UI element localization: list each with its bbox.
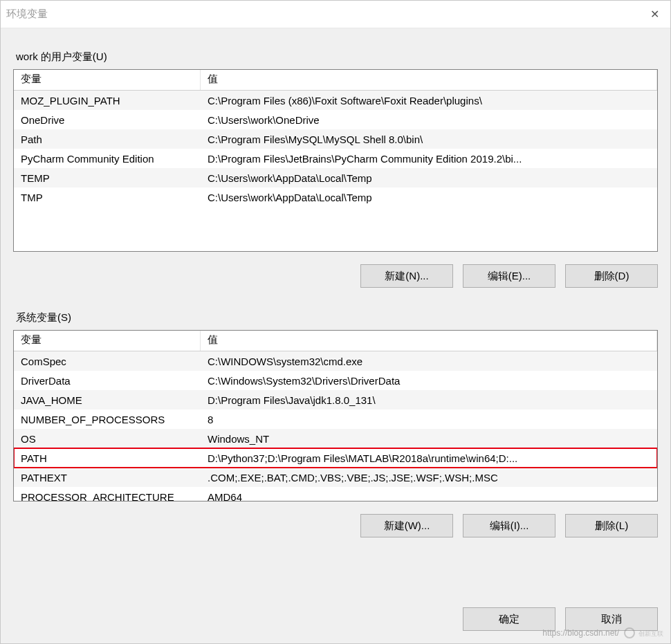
cell-var-name: TEMP: [14, 170, 201, 186]
close-icon: ✕: [650, 8, 659, 21]
cell-var-value: 8: [201, 412, 657, 427]
table-row[interactable]: DriverDataC:\Windows\System32\Drivers\Dr…: [14, 371, 657, 390]
cell-var-value: C:\Users\work\AppData\Local\Temp: [201, 190, 657, 205]
table-row[interactable]: MOZ_PLUGIN_PATHC:\Program Files (x86)\Fo…: [14, 91, 657, 110]
table-row[interactable]: TMPC:\Users\work\AppData\Local\Temp: [14, 187, 657, 207]
table-row[interactable]: PyCharm Community EditionD:\Program File…: [14, 149, 657, 168]
system-vars-buttons: 新建(W)... 编辑(I)... 删除(L): [13, 514, 658, 537]
cell-var-value: D:\Program Files\Java\jdk1.8.0_131\: [201, 392, 657, 408]
user-vars-label: work 的用户变量(U): [16, 50, 658, 64]
cell-var-name: OS: [14, 431, 201, 447]
table-row[interactable]: OSWindows_NT: [14, 429, 657, 448]
system-vars-listview[interactable]: 变量 值 ComSpecC:\WINDOWS\system32\cmd.exeD…: [13, 330, 658, 502]
table-row[interactable]: ComSpecC:\WINDOWS\system32\cmd.exe: [14, 351, 657, 371]
user-new-button[interactable]: 新建(N)...: [360, 264, 453, 288]
env-vars-dialog: 环境变量 ✕ work 的用户变量(U) 变量 值 MOZ_PLUGIN_PAT…: [0, 0, 671, 644]
dialog-content: work 的用户变量(U) 变量 值 MOZ_PLUGIN_PATHC:\Pro…: [1, 28, 670, 643]
cell-var-name: JAVA_HOME: [14, 392, 201, 408]
table-row[interactable]: JAVA_HOMED:\Program Files\Java\jdk1.8.0_…: [14, 390, 657, 410]
cell-var-value: C:\WINDOWS\system32\cmd.exe: [201, 353, 657, 369]
table-row[interactable]: PATHEXT.COM;.EXE;.BAT;.CMD;.VBS;.VBE;.JS…: [14, 468, 657, 487]
cell-var-value: C:\Users\work\OneDrive: [201, 112, 657, 128]
user-vars-body[interactable]: MOZ_PLUGIN_PATHC:\Program Files (x86)\Fo…: [14, 91, 657, 251]
cell-var-name: NUMBER_OF_PROCESSORS: [14, 412, 201, 427]
table-row[interactable]: PROCESSOR_ARCHITECTUREAMD64: [14, 487, 657, 501]
cell-var-value: C:\Program Files (x86)\Foxit Software\Fo…: [201, 93, 657, 109]
system-vars-header: 变量 值: [14, 331, 657, 351]
cell-var-name: Path: [14, 131, 201, 147]
col-header-value[interactable]: 值: [201, 70, 657, 90]
titlebar: 环境变量 ✕: [1, 1, 670, 28]
table-row[interactable]: NUMBER_OF_PROCESSORS8: [14, 410, 657, 429]
col-header-name[interactable]: 变量: [14, 331, 201, 351]
user-vars-buttons: 新建(N)... 编辑(E)... 删除(D): [13, 264, 658, 288]
dialog-footer-buttons: 确定 取消: [13, 607, 658, 631]
system-vars-label: 系统变量(S): [16, 311, 658, 324]
cell-var-name: PATH: [14, 450, 201, 466]
user-delete-button[interactable]: 删除(D): [565, 264, 658, 288]
window-title: 环境变量: [6, 8, 48, 21]
sys-edit-button[interactable]: 编辑(I)...: [463, 514, 555, 537]
cell-var-name: PROCESSOR_ARCHITECTURE: [14, 489, 201, 502]
col-header-value[interactable]: 值: [201, 331, 657, 351]
cell-var-name: PATHEXT: [14, 470, 201, 486]
table-row[interactable]: OneDriveC:\Users\work\OneDrive: [14, 110, 657, 129]
sys-new-button[interactable]: 新建(W)...: [360, 514, 453, 537]
col-header-name[interactable]: 变量: [14, 70, 201, 90]
table-row[interactable]: TEMPC:\Users\work\AppData\Local\Temp: [14, 168, 657, 187]
cell-var-name: ComSpec: [14, 353, 201, 369]
system-vars-body[interactable]: ComSpecC:\WINDOWS\system32\cmd.exeDriver…: [14, 351, 657, 501]
cell-var-value: Windows_NT: [201, 431, 657, 447]
cell-var-value: C:\Windows\System32\Drivers\DriverData: [201, 373, 657, 389]
cell-var-name: TMP: [14, 190, 201, 205]
cell-var-value: C:\Users\work\AppData\Local\Temp: [201, 170, 657, 186]
cell-var-name: MOZ_PLUGIN_PATH: [14, 93, 201, 109]
user-vars-header: 变量 值: [14, 70, 657, 91]
cell-var-value: D:\Python37;D:\Program Files\MATLAB\R201…: [201, 450, 657, 466]
cell-var-value: .COM;.EXE;.BAT;.CMD;.VBS;.VBE;.JS;.JSE;.…: [201, 470, 657, 486]
sys-delete-button[interactable]: 删除(L): [565, 514, 658, 537]
cell-var-name: OneDrive: [14, 112, 201, 128]
user-edit-button[interactable]: 编辑(E)...: [463, 264, 555, 288]
user-vars-listview[interactable]: 变量 值 MOZ_PLUGIN_PATHC:\Program Files (x8…: [13, 69, 658, 252]
cell-var-value: AMD64: [201, 489, 657, 502]
close-button[interactable]: ✕: [638, 1, 670, 28]
table-row[interactable]: PathC:\Program Files\MySQL\MySQL Shell 8…: [14, 129, 657, 149]
cell-var-value: D:\Program Files\JetBrains\PyCharm Commu…: [201, 151, 657, 167]
table-row[interactable]: PATHD:\Python37;D:\Program Files\MATLAB\…: [14, 448, 657, 468]
cell-var-name: DriverData: [14, 373, 201, 389]
cancel-button[interactable]: 取消: [565, 607, 658, 631]
cell-var-value: C:\Program Files\MySQL\MySQL Shell 8.0\b…: [201, 131, 657, 147]
cell-var-name: PyCharm Community Edition: [14, 151, 201, 167]
ok-button[interactable]: 确定: [463, 607, 555, 631]
